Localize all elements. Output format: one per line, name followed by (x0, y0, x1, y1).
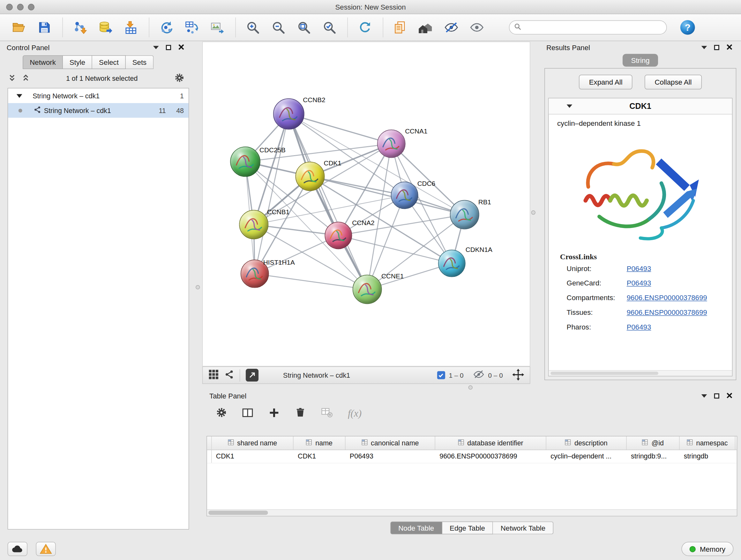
column-header-name[interactable]: name (293, 436, 346, 449)
panel-collapse-icon[interactable] (153, 46, 159, 49)
protein-section-header[interactable]: CDK1 (549, 98, 732, 114)
panel-close-icon[interactable] (178, 44, 184, 51)
table-cell[interactable]: 9606.ENSP00000378699 (435, 450, 546, 463)
column-header-namespac[interactable]: namespac (680, 436, 736, 449)
zoom-in-icon[interactable] (244, 17, 262, 38)
panel-close-icon[interactable] (726, 392, 732, 400)
pan-tool-icon[interactable] (512, 368, 524, 381)
panel-close-icon[interactable] (726, 44, 732, 51)
share-network-icon[interactable] (224, 370, 234, 381)
warning-icon[interactable] (36, 542, 56, 556)
new-network-icon[interactable] (157, 17, 176, 38)
table-hscrollbar[interactable] (207, 509, 737, 516)
vertical-splitter-handle[interactable] (531, 210, 536, 214)
zoom-out-icon[interactable] (269, 17, 288, 38)
network-row[interactable]: String Network – cdk1 11 48 (8, 103, 189, 118)
maximize-window-icon[interactable] (28, 4, 35, 10)
hide-selected-icon[interactable] (442, 17, 461, 38)
crosslink-link[interactable]: P06493 (627, 323, 732, 331)
tab-network-table[interactable]: Network Table (493, 521, 553, 534)
expand-all-icon[interactable] (22, 74, 29, 83)
crosslink-link[interactable]: P06493 (627, 279, 732, 287)
zoom-selected-icon[interactable] (320, 17, 339, 38)
network-canvas[interactable]: CCNB2CCNA1CDC25BCDK1CDC6RB1CCNB1CCNA2CDK… (202, 42, 530, 366)
export-image-icon[interactable] (208, 17, 227, 38)
hidden-eye-icon[interactable] (473, 370, 484, 381)
network-node-CDC6[interactable] (391, 182, 418, 209)
birdseye-view-icon[interactable] (208, 369, 219, 381)
help-icon[interactable]: ? (678, 17, 697, 38)
network-edge[interactable] (255, 273, 367, 289)
collapse-all-button[interactable]: Collapse All (645, 75, 701, 89)
open-in-new-window-button[interactable] (246, 369, 259, 381)
column-header-@id[interactable]: @id (627, 436, 680, 449)
tab-select[interactable]: Select (92, 55, 126, 69)
import-network-file-icon[interactable] (71, 17, 89, 38)
refresh-icon[interactable] (355, 17, 374, 38)
table-cell[interactable]: stringdb (680, 450, 736, 463)
horizontal-splitter-handle[interactable] (468, 385, 473, 389)
network-node-CCNB2[interactable] (273, 98, 305, 130)
results-hscrollbar[interactable] (549, 370, 732, 376)
show-all-icon[interactable] (468, 17, 486, 38)
panel-float-icon[interactable] (714, 45, 719, 50)
network-node-CCNA2[interactable] (325, 222, 352, 249)
cloud-icon[interactable] (8, 542, 27, 556)
network-node-CDC25B[interactable] (230, 146, 260, 177)
add-column-icon[interactable] (268, 407, 280, 420)
table-cell[interactable]: CDK1 (293, 450, 346, 463)
save-session-icon[interactable] (35, 17, 54, 38)
traffic-lights[interactable] (6, 4, 35, 10)
open-session-icon[interactable] (10, 17, 28, 38)
panel-collapse-icon[interactable] (701, 46, 707, 49)
split-columns-icon[interactable] (242, 407, 253, 420)
panel-collapse-icon[interactable] (701, 394, 707, 397)
tab-sets[interactable]: Sets (126, 55, 153, 69)
panel-float-icon[interactable] (166, 45, 171, 50)
new-network-from-table-icon[interactable] (183, 17, 201, 38)
tab-edge-table[interactable]: Edge Table (442, 521, 493, 534)
tab-string[interactable]: String (623, 54, 658, 67)
crosslink-link[interactable]: 9606.ENSP00000378699 (627, 294, 732, 302)
minimize-window-icon[interactable] (17, 4, 23, 10)
network-node-CCNB1[interactable] (239, 210, 268, 240)
section-collapse-icon[interactable] (567, 105, 572, 108)
selected-nodes-checkbox[interactable] (437, 371, 445, 379)
network-node-CCNA1[interactable] (377, 130, 406, 158)
column-header-shared-name[interactable]: shared name (212, 436, 293, 449)
zoom-fit-icon[interactable] (294, 17, 313, 38)
import-network-database-icon[interactable] (96, 17, 115, 38)
crosslink-link[interactable]: P06493 (627, 264, 732, 272)
network-node-CDK1[interactable] (295, 162, 325, 191)
network-collection-row[interactable]: String Network – cdk1 1 (8, 88, 189, 103)
table-cell[interactable]: P06493 (346, 450, 435, 463)
expand-all-button[interactable]: Expand All (579, 75, 632, 89)
column-header-canonical-name[interactable]: canonical name (346, 436, 435, 449)
collapse-all-icon[interactable] (9, 74, 16, 83)
duplicate-network-icon[interactable] (391, 17, 410, 38)
column-header-description[interactable]: description (546, 436, 627, 449)
close-window-icon[interactable] (6, 4, 13, 10)
tab-node-table[interactable]: Node Table (390, 521, 442, 534)
column-header-database-identifier[interactable]: database identifier (435, 436, 546, 449)
network-edge[interactable] (289, 114, 367, 289)
table-row[interactable]: CDK1CDK1P064939606.ENSP00000378699cyclin… (207, 450, 737, 463)
tab-network[interactable]: Network (23, 55, 63, 69)
delete-column-icon[interactable] (295, 407, 306, 420)
gear-icon[interactable] (174, 73, 184, 84)
memory-button[interactable]: Memory (681, 542, 733, 556)
network-node-CDKN1A[interactable] (438, 250, 466, 277)
panel-float-icon[interactable] (714, 393, 719, 398)
table-cell[interactable]: cyclin–dependent ... (546, 450, 627, 463)
table-cell[interactable]: stringdb:9... (627, 450, 680, 463)
tab-style[interactable]: Style (63, 55, 92, 69)
scrollbar-thumb[interactable] (208, 510, 268, 515)
network-node-CCNE1[interactable] (353, 274, 382, 304)
gear-icon[interactable] (216, 407, 227, 420)
home-icon[interactable] (416, 17, 435, 38)
tree-expand-icon[interactable] (17, 94, 22, 98)
import-table-file-icon[interactable] (122, 17, 140, 38)
crosslink-link[interactable]: 9606.ENSP00000378699 (627, 308, 732, 316)
table-cell[interactable]: CDK1 (212, 450, 293, 463)
network-edge[interactable] (255, 114, 289, 274)
